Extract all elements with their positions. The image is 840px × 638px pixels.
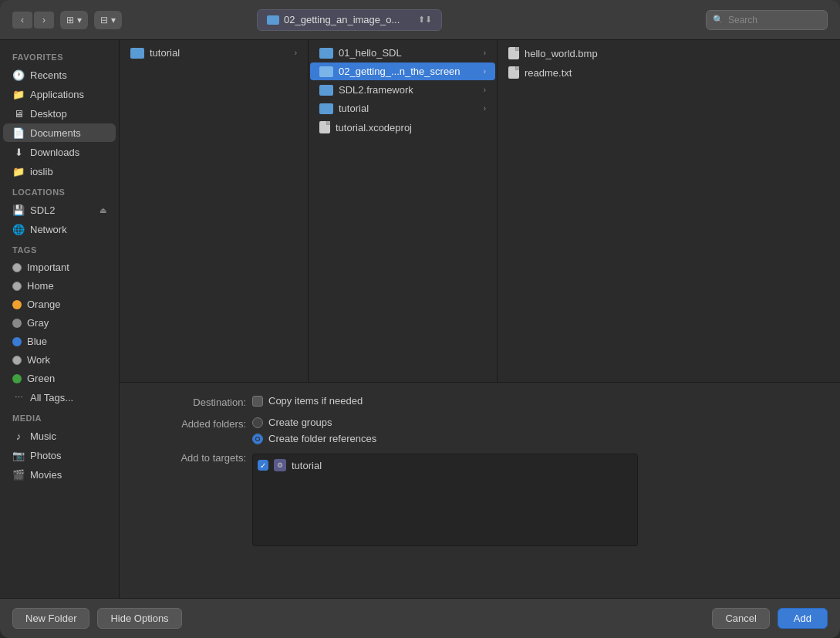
sidebar-item-network[interactable]: 🌐 Network <box>3 220 116 238</box>
sidebar-item-blue[interactable]: Blue <box>3 333 116 350</box>
sidebar-item-recents[interactable]: 🕐 Recents <box>3 66 116 84</box>
column-1: tutorial › <box>120 40 309 382</box>
folder-icon <box>319 48 333 59</box>
location-dropdown[interactable]: 02_getting_an_image_o... ⬆⬇ <box>257 9 442 31</box>
folder-icon <box>319 103 333 114</box>
sdl2-icon: 💾 <box>12 204 25 216</box>
sidebar-label-photos: Photos <box>30 450 61 461</box>
copy-items-row: Copy items if needed <box>252 395 363 407</box>
search-icon: 🔍 <box>713 15 724 25</box>
sidebar-item-music[interactable]: ♪ Music <box>3 427 116 445</box>
chevron-right-icon: › <box>484 86 486 94</box>
columns-chevron: ▾ <box>77 15 82 25</box>
photos-icon: 📷 <box>12 449 25 461</box>
sidebar-label-movies: Movies <box>30 469 62 481</box>
bottom-right: Cancel Add <box>712 608 828 629</box>
view-columns-button[interactable]: ⊞ ▾ <box>60 11 88 29</box>
col2-sdl2-framework[interactable]: SDL2.framework › <box>310 81 495 99</box>
sidebar-label-sdl2: SDL2 <box>30 204 56 216</box>
downloads-icon: ⬇ <box>12 146 25 158</box>
added-folders-row: Added folders: Create groups Create fold… <box>120 414 840 447</box>
sidebar-label-ioslib: ioslib <box>30 166 53 177</box>
sidebar-item-documents[interactable]: 📄 Documents <box>3 123 116 142</box>
col2-getting-screen-label: 02_getting_...n_the_screen <box>339 66 460 77</box>
col1-tutorial[interactable]: tutorial › <box>121 44 306 62</box>
col3-readme-txt[interactable]: readme.txt <box>499 63 838 82</box>
network-icon: 🌐 <box>12 223 25 235</box>
blue-dot <box>12 337 22 346</box>
col2-hello-sdl-label: 01_hello_SDL <box>339 47 402 59</box>
file-icon <box>508 47 519 59</box>
new-folder-button[interactable]: New Folder <box>12 608 89 629</box>
columns-icon: ⊞ <box>66 15 74 25</box>
green-dot <box>12 374 22 383</box>
col3-readme-txt-label: readme.txt <box>525 67 572 79</box>
chevron-right-icon: › <box>484 49 486 57</box>
sidebar-label-orange: Orange <box>27 299 60 310</box>
col3-hello-world-bmp[interactable]: hello_world.bmp <box>499 44 838 62</box>
create-groups-label: Create groups <box>268 417 332 428</box>
sidebar-item-ioslib[interactable]: 📁 ioslib <box>3 162 116 181</box>
create-groups-row: Create groups <box>252 417 376 428</box>
chevron-right-icon: › <box>484 104 486 113</box>
sidebar-item-green[interactable]: Green <box>3 370 116 387</box>
icons-icon: ⊟ <box>100 15 108 25</box>
location-label: 02_getting_an_image_o... <box>284 14 400 25</box>
sidebar-label-work: Work <box>27 354 50 366</box>
sidebar-item-work[interactable]: Work <box>3 351 116 369</box>
sidebar-item-movies[interactable]: 🎬 Movies <box>3 465 116 484</box>
col2-tutorial[interactable]: tutorial › <box>310 100 495 117</box>
view-icons-button[interactable]: ⊟ ▾ <box>94 11 122 29</box>
cancel-button[interactable]: Cancel <box>712 608 769 629</box>
add-button[interactable]: Add <box>778 608 828 629</box>
col2-xcodeproj[interactable]: tutorial.xcodeproj <box>310 118 495 137</box>
sidebar-item-important[interactable]: Important <box>3 258 116 276</box>
location-arrows: ⬆⬇ <box>418 15 432 25</box>
sidebar-item-home[interactable]: Home <box>3 277 116 295</box>
back-button[interactable]: ‹ <box>12 12 32 29</box>
add-to-targets-row: Add to targets: ✓ ⚙ tutorial <box>120 447 840 549</box>
sidebar-item-gray[interactable]: Gray <box>3 314 116 332</box>
sidebar-label-green: Green <box>27 373 55 384</box>
folder-icon <box>130 48 144 59</box>
sidebar-item-alltags[interactable]: ⋯ All Tags... <box>3 388 116 407</box>
sidebar-item-orange[interactable]: Orange <box>3 295 116 313</box>
recents-icon: 🕐 <box>12 69 25 81</box>
sidebar-label-downloads: Downloads <box>30 147 79 158</box>
forward-button[interactable]: › <box>34 12 54 29</box>
movies-icon: 🎬 <box>12 468 25 481</box>
sidebar-item-downloads[interactable]: ⬇ Downloads <box>3 143 116 161</box>
nav-buttons: ‹ › <box>12 12 54 29</box>
target-tutorial-checkbox[interactable]: ✓ <box>258 460 268 471</box>
create-folder-refs-row: Create folder references <box>252 433 376 444</box>
hide-options-button[interactable]: Hide Options <box>97 608 181 629</box>
bottom-bar: New Folder Hide Options Cancel Add <box>0 598 840 638</box>
sidebar-item-sdl2[interactable]: 💾 SDL2 ⏏ <box>3 201 116 219</box>
col2-xcodeproj-label: tutorial.xcodeproj <box>336 122 412 133</box>
important-dot <box>12 263 22 272</box>
sidebar-item-photos[interactable]: 📷 Photos <box>3 446 116 464</box>
locations-label: Locations <box>0 181 119 200</box>
eject-icon[interactable]: ⏏ <box>100 206 106 214</box>
copy-items-checkbox[interactable] <box>252 396 263 407</box>
alltags-icon: ⋯ <box>12 391 25 403</box>
sidebar-item-desktop[interactable]: 🖥 Desktop <box>3 104 116 123</box>
add-to-targets-label: Add to targets: <box>138 451 246 464</box>
file-icon <box>319 121 330 133</box>
sidebar-label-applications: Applications <box>30 89 84 100</box>
toolbar: ‹ › ⊞ ▾ ⊟ ▾ 02_getting_an_image_o... ⬆⬇ … <box>0 0 840 40</box>
favorites-label: Favorites <box>0 46 119 65</box>
bottom-left: New Folder Hide Options <box>12 608 182 629</box>
open-dialog: ‹ › ⊞ ▾ ⊟ ▾ 02_getting_an_image_o... ⬆⬇ … <box>0 0 840 638</box>
col2-hello-sdl[interactable]: 01_hello_SDL › <box>310 44 495 62</box>
sidebar-label-home: Home <box>27 280 54 292</box>
sidebar-item-applications[interactable]: 📁 Applications <box>3 85 116 103</box>
added-folders-label: Added folders: <box>138 417 246 430</box>
search-input[interactable] <box>728 15 821 25</box>
create-groups-radio[interactable] <box>252 417 263 428</box>
col2-getting-screen[interactable]: 02_getting_...n_the_screen › <box>310 62 495 80</box>
location-folder-icon <box>267 15 279 25</box>
sidebar-label-blue: Blue <box>27 336 47 347</box>
create-folder-refs-radio[interactable] <box>252 434 263 444</box>
sidebar-label-documents: Documents <box>30 127 81 139</box>
